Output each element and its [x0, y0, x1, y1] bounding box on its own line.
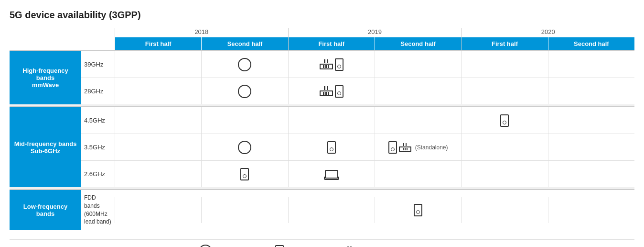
- high-freq-section: High-frequency bandsmmWave 39GHz: [10, 50, 634, 104]
- cell-content: (Standalone): [388, 141, 448, 154]
- cpe-body: [320, 64, 333, 69]
- cell-39-2018h2: [201, 51, 288, 78]
- smartphone-icon: [414, 204, 422, 216]
- cell-45-2018h2: [201, 107, 288, 134]
- cpe-icon: [320, 59, 333, 69]
- freq-26ghz: 2.6GHz: [81, 167, 115, 181]
- laptop-icon: [325, 170, 338, 179]
- cell-35-2018h1: [115, 134, 201, 160]
- half-header-2019h1: First half: [289, 37, 375, 50]
- freq-39ghz: 39GHz: [81, 57, 115, 72]
- low-cells: [115, 197, 634, 223]
- smartphone-legend-icon: [275, 245, 284, 247]
- smartphone-icon: [335, 58, 343, 71]
- mid-freq-content: 4.5GHz 3.5GHz: [81, 107, 634, 187]
- chart-container: 2018 First half Second half 2019 First h…: [10, 28, 634, 247]
- cell-39-2020h1: [461, 51, 547, 78]
- cell-fdd-2018h1: [115, 197, 201, 223]
- cell-35-2019h2: (Standalone): [375, 134, 461, 160]
- cell-39-2019h2: [375, 51, 461, 78]
- cell-28-2019h2: [375, 78, 461, 104]
- smartphone-icon-2: [388, 141, 397, 154]
- cell-26-2018h1: [115, 161, 201, 187]
- cell-fdd-2019h1: [288, 197, 375, 223]
- cell-45-2020h1: [461, 107, 547, 134]
- high-freq-content: 39GHz: [81, 51, 634, 104]
- cpe-icon: [320, 86, 333, 96]
- half-header-2018h1: First half: [115, 37, 201, 50]
- cell-45-2019h1: [288, 107, 375, 134]
- smartphone-icon: [327, 141, 336, 154]
- cell-39-2020h2: [548, 51, 634, 78]
- mid-freq-label: Mid-frequency bandsSub-6GHz: [10, 107, 81, 187]
- year-label-2018: 2018: [194, 28, 208, 35]
- freq-35ghz: 3.5GHz: [81, 140, 115, 155]
- pocket-router-icon: [238, 85, 251, 98]
- cell-28-2020h2: [548, 78, 634, 104]
- row-28ghz: 28GHz: [81, 78, 634, 104]
- header-row: 2018 First half Second half 2019 First h…: [10, 28, 634, 50]
- freq-28ghz: 28GHz: [81, 84, 115, 99]
- pocket-router-icon: [238, 58, 251, 71]
- cell-39-2018h1: [115, 51, 201, 78]
- fdd-label: FDD bands(600MHz lead band): [81, 190, 115, 230]
- cells-45ghz: [115, 107, 634, 134]
- freq-45ghz: 4.5GHz: [81, 113, 115, 128]
- page-title: 5G device availability (3GPP): [10, 10, 634, 21]
- cell-26-2020h1: [461, 161, 547, 187]
- mid-freq-section: Mid-frequency bandsSub-6GHz 4.5GHz: [10, 106, 634, 187]
- cell-content: [320, 58, 343, 71]
- cell-fdd-2019h2: [375, 197, 461, 223]
- high-freq-label: High-frequency bandsmmWave: [10, 51, 81, 104]
- legend: Pocket router Smartphone CPE/FWT Laptop: [10, 239, 634, 247]
- half-header-2018h2: Second half: [202, 37, 288, 50]
- cell-35-2020h2: [548, 134, 634, 160]
- row-26ghz: 2.6GHz: [81, 161, 634, 187]
- low-freq-section: Low-frequency bands FDD bands(600MHz lea…: [10, 189, 634, 230]
- cell-28-2019h1: [288, 78, 375, 104]
- cell-fdd-2020h1: [461, 197, 547, 223]
- cpe-icon: [399, 143, 411, 152]
- cell-fdd-2018h2: [201, 197, 288, 223]
- cell-content: [320, 85, 343, 98]
- smartphone-icon: [240, 168, 249, 180]
- cells-35ghz: (Standalone): [115, 134, 634, 160]
- cell-28-2018h2: [201, 78, 288, 104]
- cell-45-2019h2: [375, 107, 461, 134]
- cell-26-2018h2: [201, 161, 288, 187]
- cell-28-2020h1: [461, 78, 547, 104]
- cell-35-2018h2: [201, 134, 288, 160]
- year-2020: 2020 First half Second half: [461, 28, 634, 50]
- cell-fdd-2020h2: [548, 197, 634, 223]
- cell-35-2019h1: [288, 134, 375, 160]
- cell-45-2018h1: [115, 107, 201, 134]
- row-35ghz: 3.5GHz: [81, 134, 634, 161]
- half-header-2019h2: Second half: [375, 37, 461, 50]
- cpe-body: [320, 90, 333, 96]
- standalone-text: (Standalone): [415, 144, 448, 151]
- smartphone-icon: [500, 114, 509, 127]
- cell-26-2020h2: [548, 161, 634, 187]
- row-45ghz: 4.5GHz: [81, 107, 634, 134]
- year-2019: 2019 First half Second half: [288, 28, 462, 50]
- cells-26ghz: [115, 161, 634, 187]
- cell-26-2019h2: [375, 161, 461, 187]
- pocket-router-legend-icon: [199, 245, 212, 247]
- half-header-2020h1: First half: [462, 37, 547, 50]
- cell-28-2018h1: [115, 78, 201, 104]
- cells-39ghz: [115, 51, 634, 78]
- row-39ghz: 39GHz: [81, 51, 634, 78]
- pocket-router-icon: [238, 141, 251, 154]
- cell-45-2020h2: [548, 107, 634, 134]
- legend-pocket-router: Pocket router: [199, 245, 256, 247]
- legend-smartphone: Smartphone: [275, 245, 324, 247]
- year-label-2019: 2019: [368, 28, 382, 35]
- cells-28ghz: [115, 78, 634, 104]
- low-freq-content: FDD bands(600MHz lead band): [81, 190, 634, 230]
- year-2018: 2018 First half Second half: [115, 28, 288, 50]
- half-header-2020h2: Second half: [548, 37, 634, 50]
- cell-39-2019h1: [288, 51, 375, 78]
- cell-26-2019h1: [288, 161, 375, 187]
- low-freq-label: Low-frequency bands: [10, 190, 81, 230]
- cell-35-2020h1: [461, 134, 547, 160]
